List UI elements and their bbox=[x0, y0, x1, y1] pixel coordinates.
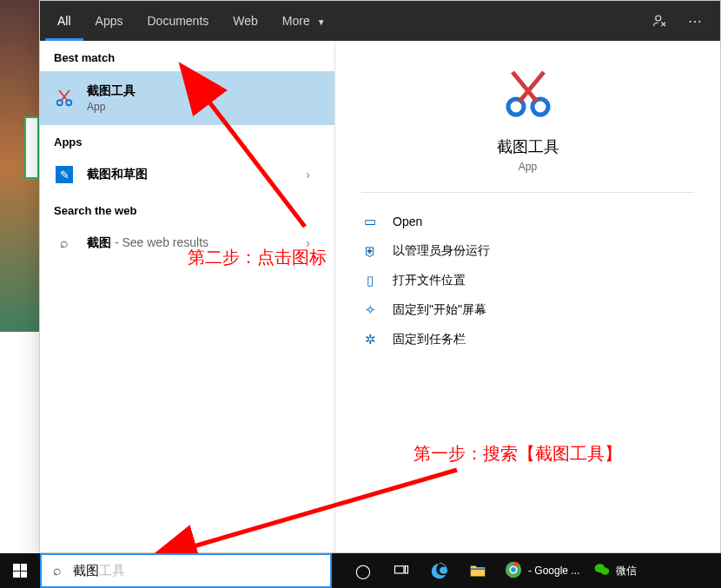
desktop-background-strip bbox=[0, 0, 39, 553]
action-label: Open bbox=[393, 215, 422, 228]
feedback-icon[interactable] bbox=[645, 6, 675, 36]
taskbar-search-box[interactable]: ⌕ 截图工具 bbox=[40, 553, 332, 588]
action-open-location[interactable]: ▯ 打开文件位置 bbox=[335, 266, 720, 295]
open-icon: ▭ bbox=[361, 214, 379, 229]
pin-taskbar-icon: ✲ bbox=[361, 332, 379, 347]
action-pin-start[interactable]: ✧ 固定到"开始"屏幕 bbox=[335, 295, 720, 325]
search-flyout: All Apps Documents Web More ▼ ⋯ Best mat… bbox=[39, 0, 721, 553]
preview-app-icon bbox=[500, 67, 556, 126]
search-icon: ⌕ bbox=[42, 563, 73, 578]
tab-more[interactable]: More ▼ bbox=[270, 1, 338, 41]
svg-point-18 bbox=[601, 567, 610, 574]
action-pin-taskbar[interactable]: ✲ 固定到任务栏 bbox=[335, 325, 720, 354]
taskbar-file-explorer[interactable] bbox=[459, 553, 497, 588]
taskbar-chrome-window[interactable]: - Google ... bbox=[497, 553, 586, 588]
web-query: 截图 bbox=[87, 235, 111, 249]
taskbar-edge[interactable] bbox=[420, 553, 459, 588]
tab-all[interactable]: All bbox=[45, 1, 83, 41]
task-view-button[interactable] bbox=[382, 553, 420, 588]
chevron-right-icon: › bbox=[307, 236, 319, 250]
action-label: 打开文件位置 bbox=[393, 273, 466, 288]
pin-start-icon: ✧ bbox=[361, 302, 379, 318]
cortana-button[interactable]: ◯ bbox=[344, 553, 382, 588]
tab-more-label: More bbox=[282, 14, 310, 28]
chevron-down-icon: ▼ bbox=[317, 17, 326, 27]
svg-point-0 bbox=[656, 16, 661, 21]
search-input[interactable]: 截图工具 bbox=[73, 563, 330, 579]
tab-web[interactable]: Web bbox=[221, 1, 270, 41]
result-best-match[interactable]: 截图工具 App bbox=[40, 71, 334, 125]
search-tabbar: All Apps Documents Web More ▼ ⋯ bbox=[40, 1, 720, 41]
desktop: All Apps Documents Web More ▼ ⋯ Best mat… bbox=[0, 0, 721, 588]
web-suffix: - See web results bbox=[111, 235, 208, 249]
taskbar: ⌕ 截图工具 ◯ - Google ... bbox=[0, 553, 721, 588]
preview-title: 截图工具 bbox=[497, 136, 559, 157]
search-typed-text: 截图 bbox=[73, 563, 99, 578]
action-label: 固定到"开始"屏幕 bbox=[393, 302, 486, 318]
tab-apps[interactable]: Apps bbox=[83, 1, 136, 41]
start-button[interactable] bbox=[0, 553, 40, 588]
desktop-background-card bbox=[24, 116, 39, 179]
result-app-snip-sketch[interactable]: ✎ 截图和草图 › bbox=[40, 155, 334, 194]
result-subtitle: App bbox=[87, 101, 321, 113]
section-apps: Apps bbox=[40, 125, 334, 155]
svg-rect-13 bbox=[406, 566, 408, 573]
preview-actions: ▭ Open ⛨ 以管理员身份运行 ▯ 打开文件位置 ✧ 固定到"开始"屏幕 bbox=[335, 207, 720, 354]
action-label: 固定到任务栏 bbox=[393, 332, 466, 347]
preview-column: 截图工具 App ▭ Open ⛨ 以管理员身份运行 ▯ 打开文件位置 bbox=[335, 41, 720, 552]
preview-subtitle: App bbox=[519, 161, 537, 173]
windows-logo-icon bbox=[13, 564, 27, 578]
admin-icon: ⛨ bbox=[361, 244, 379, 259]
taskbar-chrome-label: - Google ... bbox=[528, 565, 579, 577]
search-suggestion-ghost: 工具 bbox=[99, 563, 125, 578]
tab-documents[interactable]: Documents bbox=[135, 1, 221, 41]
folder-icon: ▯ bbox=[361, 273, 379, 288]
search-icon: ⌕ bbox=[54, 233, 75, 254]
snip-sketch-icon: ✎ bbox=[54, 164, 75, 185]
action-label: 以管理员身份运行 bbox=[393, 243, 490, 259]
chevron-right-icon: › bbox=[307, 168, 319, 182]
more-options-icon[interactable]: ⋯ bbox=[680, 6, 710, 36]
section-best-match: Best match bbox=[40, 41, 334, 71]
action-open[interactable]: ▭ Open bbox=[335, 207, 720, 236]
taskbar-wechat[interactable]: 微信 bbox=[586, 553, 644, 588]
result-web-search[interactable]: ⌕ 截图 - See web results › bbox=[40, 224, 334, 262]
svg-rect-12 bbox=[395, 566, 405, 573]
section-search-web: Search the web bbox=[40, 194, 334, 224]
taskbar-wechat-label: 微信 bbox=[616, 564, 637, 578]
action-run-admin[interactable]: ⛨ 以管理员身份运行 bbox=[335, 236, 720, 266]
snipping-tool-icon bbox=[54, 88, 75, 109]
result-title: 截图 - See web results bbox=[87, 235, 305, 251]
wechat-icon bbox=[593, 561, 611, 581]
result-title: 截图工具 bbox=[87, 83, 321, 99]
result-title: 截图和草图 bbox=[87, 167, 305, 182]
chrome-icon bbox=[504, 560, 523, 582]
results-column: Best match 截图工具 App bbox=[40, 41, 335, 552]
